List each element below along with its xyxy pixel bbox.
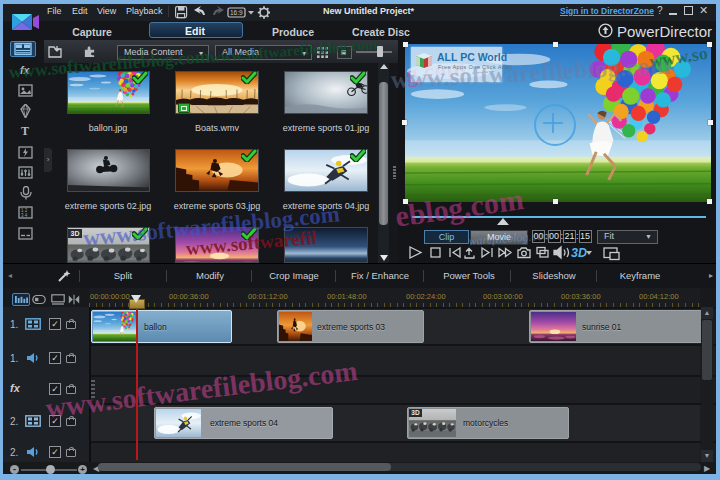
svg-text:3 4: 3 4 [21, 213, 28, 218]
svg-text:16:9: 16:9 [230, 9, 243, 16]
svg-text:3D: 3D [571, 246, 587, 260]
